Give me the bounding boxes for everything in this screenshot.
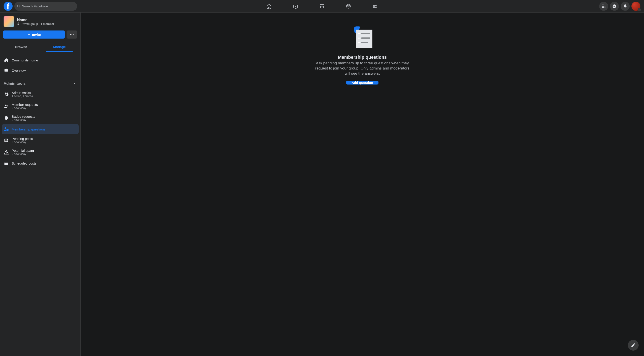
top-nav-gaming[interactable] [362, 1, 387, 12]
group-name: Name [17, 18, 54, 22]
person-question-icon: ? [4, 126, 9, 132]
top-nav-watch[interactable] [283, 1, 308, 12]
svg-point-26 [358, 33, 360, 34]
empty-state-illustration [350, 26, 375, 49]
svg-point-11 [604, 6, 605, 7]
messenger-icon[interactable] [610, 2, 619, 11]
svg-point-18 [5, 105, 6, 106]
invite-button[interactable]: Invite [3, 31, 65, 39]
svg-point-12 [602, 7, 603, 8]
svg-point-4 [349, 6, 350, 6]
svg-point-13 [603, 7, 604, 8]
svg-rect-27 [361, 33, 370, 34]
svg-point-17 [73, 34, 74, 35]
svg-point-28 [358, 38, 360, 39]
svg-point-2 [346, 4, 350, 8]
svg-point-14 [604, 7, 605, 8]
more-actions-button[interactable] [66, 31, 77, 39]
svg-point-9 [602, 6, 603, 7]
warning-icon [4, 150, 9, 155]
plus-icon [27, 33, 31, 36]
sidebar-item-badge-requests[interactable]: Badge requests 0 new today [2, 112, 79, 124]
sidebar-item-scheduled-posts[interactable]: Scheduled posts [2, 158, 79, 168]
overview-icon [4, 68, 9, 73]
topbar [0, 0, 644, 13]
svg-rect-23 [4, 162, 8, 165]
gear-assist-icon [4, 92, 9, 97]
chevron-up-icon [72, 81, 77, 86]
account-avatar[interactable] [632, 2, 640, 11]
sidebar-item-admin-assist[interactable]: Admin Assist 1 action, 1 criteria [2, 89, 79, 100]
top-nav-groups[interactable] [336, 1, 361, 12]
sidebar-item-member-requests[interactable]: Member requests 0 new today [2, 100, 79, 112]
svg-rect-31 [361, 42, 368, 43]
top-nav [257, 1, 387, 12]
person-add-icon [4, 104, 9, 109]
top-nav-home[interactable] [257, 1, 282, 12]
svg-point-10 [603, 6, 604, 7]
svg-point-7 [603, 5, 604, 5]
page-title: Membership questions [338, 55, 387, 60]
calendar-icon [4, 161, 9, 166]
svg-point-8 [604, 5, 605, 5]
group-cover-thumbnail [4, 16, 14, 27]
sidebar-item-pending-posts[interactable]: Pending posts 0 new today [2, 135, 79, 146]
main-content: Membership questions Ask pending members… [81, 13, 644, 356]
svg-point-16 [72, 34, 72, 35]
lock-icon [17, 23, 20, 25]
tab-manage[interactable]: Manage [40, 42, 79, 52]
sidebar-item-community-home[interactable]: Community home [2, 55, 79, 65]
edit-icon [631, 343, 636, 348]
ellipsis-icon [70, 32, 74, 37]
page-description: Ask pending members up to three question… [313, 61, 412, 76]
svg-point-3 [347, 6, 348, 6]
sidebar: Name Private group · 1 member Invite Bro… [0, 13, 81, 356]
group-meta: Private group · 1 member [17, 22, 54, 26]
sidebar-item-potential-spam[interactable]: Potential spam 0 new today [2, 146, 79, 158]
sidebar-item-membership-questions[interactable]: ? Membership questions [2, 124, 79, 134]
svg-rect-29 [361, 38, 370, 39]
tab-browse[interactable]: Browse [2, 42, 40, 52]
sidebar-item-overview[interactable]: Overview [2, 66, 79, 75]
badge-icon [4, 115, 9, 121]
notifications-icon[interactable] [621, 2, 630, 11]
top-nav-marketplace[interactable] [310, 1, 334, 12]
group-header[interactable]: Name Private group · 1 member [2, 16, 79, 30]
search-input[interactable] [22, 4, 74, 8]
search-icon [17, 5, 20, 8]
facebook-logo[interactable] [4, 2, 12, 11]
svg-point-30 [358, 42, 360, 43]
menu-grid-icon[interactable] [599, 2, 608, 11]
post-icon [4, 138, 9, 143]
svg-text:?: ? [7, 129, 8, 131]
svg-point-6 [602, 5, 603, 5]
admin-tools-header[interactable]: Admin tools [2, 79, 79, 88]
svg-point-15 [70, 34, 71, 35]
add-question-button[interactable]: Add question [346, 81, 378, 85]
search-input-container[interactable] [14, 2, 77, 11]
svg-point-19 [5, 127, 6, 129]
compose-fab[interactable] [628, 340, 638, 350]
home-icon [4, 57, 9, 63]
